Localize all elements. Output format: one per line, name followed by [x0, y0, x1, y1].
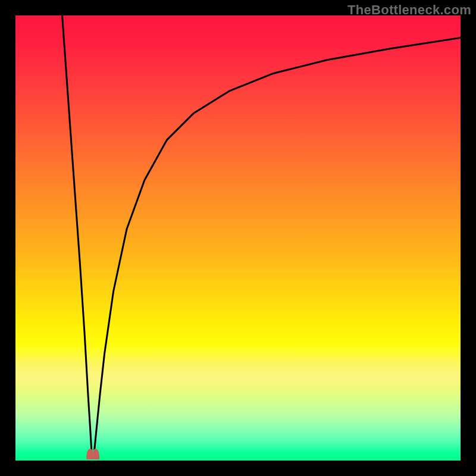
right-branch-curve [94, 37, 461, 452]
notch-marker [86, 449, 99, 459]
plot-area [15, 15, 461, 461]
chart-frame: TheBottleneck.com [0, 0, 476, 476]
left-branch-curve [62, 15, 92, 452]
curve-layer [15, 15, 461, 461]
